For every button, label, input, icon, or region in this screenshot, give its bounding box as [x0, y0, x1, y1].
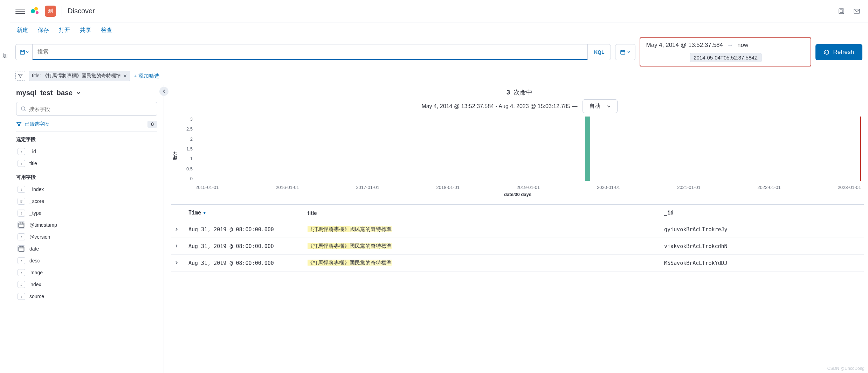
cell-time: Aug 31, 2019 @ 08:00:00.000: [188, 260, 308, 266]
field-name: date: [29, 246, 39, 252]
field-search-input[interactable]: [29, 106, 153, 112]
save-button[interactable]: 保存: [38, 27, 49, 34]
results-table: Time ▼ title _id Aug 31, 2019 @ 08:00:00…: [171, 204, 864, 272]
field-item-@timestamp[interactable]: @timestamp: [16, 219, 157, 231]
index-pattern-selector[interactable]: mysql_test_base: [16, 85, 157, 102]
field-name: _id: [29, 149, 36, 154]
add-filter-button[interactable]: + 添加筛选: [134, 73, 159, 79]
field-name: _type: [29, 210, 41, 216]
saved-query-menu[interactable]: [16, 44, 33, 60]
field-name: index: [29, 282, 41, 287]
query-bar: KQL May 4, 2014 @ 13:52:37.584 → now 201…: [10, 37, 868, 71]
elastic-logo-icon[interactable]: [31, 7, 39, 15]
svg-point-5: [21, 107, 25, 110]
field-item-title[interactable]: ttitle: [16, 157, 157, 169]
cell-id: viakvokBrAcLTrokcdhN: [664, 243, 860, 249]
column-id[interactable]: _id: [664, 210, 860, 216]
cell-title: 《打馬悍將專欄》國民黨的奇特標準: [308, 226, 664, 233]
selected-fields-label: 选定字段: [16, 132, 157, 146]
field-item-index[interactable]: #index: [16, 279, 157, 290]
hit-count: 3 次命中: [171, 88, 868, 97]
date-to[interactable]: now: [737, 42, 748, 49]
field-search[interactable]: [16, 102, 157, 116]
svg-rect-3: [20, 50, 25, 54]
field-item-_id[interactable]: t_id: [16, 146, 157, 157]
app-title: Discover: [68, 7, 95, 15]
svg-rect-1: [840, 10, 843, 13]
search-input[interactable]: [33, 44, 587, 60]
expand-row-icon[interactable]: [174, 226, 188, 232]
nav-toggle-icon[interactable]: [15, 6, 25, 16]
main-content: 3 次命中 May 4, 2014 @ 13:52:37.584 - Aug 4…: [164, 85, 868, 373]
histogram-range-text: May 4, 2014 @ 13:52:37.584 - Aug 4, 2023…: [421, 103, 577, 110]
space-selector[interactable]: 测: [45, 6, 56, 17]
topbar: 测 Discover: [10, 0, 868, 22]
field-item-image[interactable]: timage: [16, 267, 157, 279]
svg-rect-7: [19, 247, 24, 251]
field-name: @timestamp: [29, 222, 57, 228]
field-name: @version: [29, 234, 50, 240]
toolbar: 新建 保存 打开 共享 检查: [10, 22, 868, 37]
histogram-chart[interactable]: 数计 32.521.510.50 2015-01-012016-01-01201…: [171, 117, 864, 197]
cell-time: Aug 31, 2019 @ 08:00:00.000: [188, 226, 308, 233]
available-fields-label: 可用字段: [16, 169, 157, 183]
filtered-fields-toggle[interactable]: 已筛选字段 0: [16, 116, 157, 132]
interval-select[interactable]: 自动: [583, 99, 618, 113]
field-name: _score: [29, 198, 44, 204]
field-name: image: [29, 270, 43, 275]
watermark: CSDN @UncoDong: [827, 366, 864, 371]
date-range-highlight: May 4, 2014 @ 13:52:37.584 → now 2014-05…: [640, 37, 811, 66]
filter-bar: title: 《打馬悍將專欄》國民黨的奇特標準 ✕ + 添加筛选: [10, 71, 868, 85]
table-row: Aug 31, 2019 @ 08:00:00.000《打馬悍將專欄》國民黨的奇…: [171, 255, 864, 272]
expand-row-icon[interactable]: [174, 260, 188, 266]
new-button[interactable]: 新建: [17, 27, 28, 34]
filter-settings-icon[interactable]: [15, 71, 25, 81]
truncated-left-text: 加: [0, 0, 10, 373]
mail-icon[interactable]: [851, 6, 862, 17]
date-quick-select[interactable]: [615, 44, 635, 60]
field-name: source: [29, 294, 44, 299]
sidebar: mysql_test_base 已筛选字段 0 选定字段 t_idttitle …: [10, 85, 164, 373]
cell-id: MSSavokBrAcLTrokYdDJ: [664, 260, 860, 266]
date-tooltip: 2014-05-04T05:52:37.584Z: [690, 53, 762, 62]
inspect-button[interactable]: 检查: [101, 27, 112, 34]
field-item-desc[interactable]: tdesc: [16, 255, 157, 267]
cell-id: gyiuvokBrAcLTrokreJy: [664, 226, 860, 233]
share-button[interactable]: 共享: [80, 27, 91, 34]
date-from[interactable]: May 4, 2014 @ 13:52:37.584: [646, 42, 723, 49]
field-name: _index: [29, 186, 44, 192]
field-name: title: [29, 161, 37, 166]
filtered-count-badge: 0: [147, 121, 157, 128]
refresh-button[interactable]: Refresh: [815, 44, 862, 60]
svg-rect-6: [19, 223, 24, 227]
remove-filter-icon[interactable]: ✕: [123, 73, 127, 79]
table-row: Aug 31, 2019 @ 08:00:00.000《打馬悍將專欄》國民黨的奇…: [171, 221, 864, 238]
svg-rect-2: [854, 9, 860, 13]
svg-rect-4: [621, 50, 625, 54]
table-header: Time ▼ title _id: [171, 205, 864, 221]
cell-time: Aug 31, 2019 @ 08:00:00.000: [188, 243, 308, 249]
arrow-right-icon: →: [727, 42, 733, 49]
sort-desc-icon[interactable]: ▼: [203, 210, 206, 215]
field-name: desc: [29, 258, 40, 263]
filter-chip-text: title: 《打馬悍將專欄》國民黨的奇特標準: [32, 73, 121, 79]
fullscreen-icon[interactable]: [836, 6, 847, 17]
now-marker: [860, 117, 861, 181]
filter-chip[interactable]: title: 《打馬悍將專欄》國民黨的奇特標準 ✕: [29, 71, 130, 81]
cell-title: 《打馬悍將專欄》國民黨的奇特標準: [308, 260, 664, 266]
column-title[interactable]: title: [308, 210, 664, 216]
collapse-sidebar-icon[interactable]: [159, 87, 168, 96]
field-item-_score[interactable]: #_score: [16, 195, 157, 207]
query-language-button[interactable]: KQL: [587, 44, 611, 60]
open-button[interactable]: 打开: [59, 27, 70, 34]
expand-row-icon[interactable]: [174, 243, 188, 249]
column-time[interactable]: Time ▼: [188, 210, 308, 216]
field-item-_type[interactable]: t_type: [16, 207, 157, 219]
chart-x-label: date/30 days: [171, 192, 864, 197]
chart-bar[interactable]: [585, 117, 590, 181]
cell-title: 《打馬悍將專欄》國民黨的奇特標準: [308, 243, 664, 249]
field-item-@version[interactable]: t@version: [16, 231, 157, 243]
field-item-_index[interactable]: t_index: [16, 183, 157, 195]
field-item-date[interactable]: date: [16, 243, 157, 255]
field-item-source[interactable]: tsource: [16, 290, 157, 302]
